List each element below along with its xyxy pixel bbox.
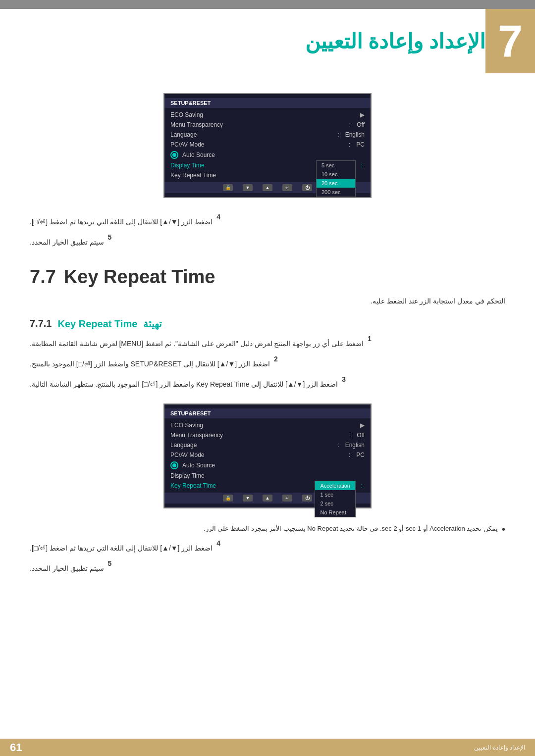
osd-dropdown-item-selected: Acceleration: [315, 481, 355, 490]
osd-label: Auto Source: [182, 151, 365, 158]
step5-row: 5 سيتم تطبيق الخيار المحدد.: [30, 233, 505, 252]
chapter-header: الإعداد وإعادة التعيين 7: [0, 9, 535, 73]
bullet-icon: •: [502, 523, 505, 535]
osd-btn: ⏻: [302, 495, 312, 502]
osd-label: Display Time: [170, 472, 365, 479]
bullet-inner: [172, 153, 176, 157]
arrow-icon: ▶: [360, 111, 365, 118]
osd-dropdown-2: Acceleration 1 sec 2 sec No Repeat: [315, 481, 356, 517]
osd-row: Language : English: [164, 440, 371, 450]
osd-btn: ▼: [243, 184, 253, 191]
chapter-number-box: 7: [485, 9, 535, 73]
section-number: 7.7: [30, 266, 56, 288]
step5b-text: سيتم تطبيق الخيار المحدد.: [30, 562, 104, 575]
osd-dropdown-item: 5 sec: [317, 161, 355, 170]
osd-btn: ⏻: [302, 184, 312, 191]
step-number: 2: [274, 355, 278, 363]
osd-label: Menu Transparency: [170, 121, 347, 128]
osd-btn: ▲: [263, 184, 272, 191]
osd-container-1: SETUP&RESET ECO Saving ▶ Menu Transparen…: [30, 93, 505, 198]
bullet-inner: [172, 463, 176, 467]
osd-btn: ▲: [263, 495, 272, 502]
osd-dropdown-item: 200 sec: [317, 188, 355, 197]
osd-btn: ▼: [243, 495, 253, 502]
footer-chapter-label: الإعداد وإعادة التعيين: [474, 744, 525, 751]
osd-row: ECO Saving ▶: [164, 110, 371, 120]
osd-label: ECO Saving: [170, 422, 358, 429]
step-number: 1: [368, 335, 372, 343]
step5-text: سيتم تطبيق الخيار المحدد.: [30, 236, 104, 249]
step3-text: اضغط الزر [▼/▲] للانتقال إلى Key Repeat …: [30, 378, 338, 391]
osd-label: Menu Transparency: [170, 432, 347, 439]
step3-row: 3 اضغط الزر [▼/▲] للانتقال إلى Key Repea…: [30, 375, 505, 394]
selected-indicator: [170, 461, 178, 469]
osd-title-2: SETUP&RESET: [164, 408, 371, 418]
arrow-icon: ▶: [360, 422, 365, 429]
step-number: 4: [216, 213, 220, 221]
osd-btn: 🔒: [223, 495, 233, 502]
step1-text: اضغط على أي زر بواجهة المنتج لعرض دليل "…: [30, 338, 364, 350]
osd-row: Language : English: [164, 130, 371, 140]
osd-label: Auto Source: [182, 462, 365, 469]
chapter-number: 7: [498, 19, 523, 63]
osd-label: PC/AV Mode: [170, 452, 347, 458]
osd-row: ECO Saving ▶: [164, 420, 371, 430]
osd-row-active: Key Repeat Time : Acceleration 1 sec 2 s…: [164, 481, 371, 491]
osd-row: PC/AV Mode : PC: [164, 140, 371, 150]
step1-row: 1 اضغط على أي زر بواجهة المنتج لعرض دليل…: [30, 335, 505, 353]
osd-value: English: [345, 131, 365, 138]
osd-label: PC/AV Mode: [170, 141, 347, 148]
page-number: 61: [10, 741, 22, 754]
osd-row: Menu Transparency : Off: [164, 120, 371, 130]
osd-row: Auto Source: [164, 460, 371, 471]
main-content: SETUP&RESET ECO Saving ▶ Menu Transparen…: [0, 73, 535, 600]
step-number: 5: [108, 559, 112, 567]
osd-label: Language: [170, 131, 335, 138]
footer-bar: 61 الإعداد وإعادة التعيين: [0, 739, 535, 756]
step2-text: اضغط الزر [▼/▲] للانتقال إلى SETUP&RESET…: [30, 358, 270, 370]
step-number: 4: [216, 539, 220, 547]
osd-btn: 🔒: [223, 184, 233, 191]
subsection-771-heading: تهيئة Key Repeat Time 7.7.1: [30, 318, 505, 330]
osd-row: PC/AV Mode : PC: [164, 450, 371, 460]
step2-row: 2 اضغط الزر [▼/▲] للانتقال إلى SETUP&RES…: [30, 355, 505, 373]
section-description: التحكم في معدل استجابة الزر عند الضغط عل…: [30, 295, 505, 307]
step5b-row: 5 سيتم تطبيق الخيار المحدد.: [30, 559, 505, 578]
osd-container-2: SETUP&RESET ECO Saving ▶ Menu Transparen…: [30, 403, 505, 508]
selected-indicator: [170, 151, 178, 159]
section-77-heading: Key Repeat Time 7.7: [30, 266, 505, 288]
top-bar: [0, 0, 535, 9]
osd-title-1: SETUP&RESET: [164, 98, 371, 108]
step4-row: 4 اضغط الزر [▼/▲] للانتقال إلى اللغة الت…: [30, 213, 505, 231]
step-number: 3: [342, 375, 346, 383]
osd-row: Display Time: [164, 471, 371, 481]
osd-btn: ↵: [282, 184, 292, 191]
osd-value: PC: [356, 452, 365, 458]
osd-row: Menu Transparency : Off: [164, 430, 371, 440]
subsection-number: 7.7.1: [30, 318, 52, 329]
bullet-text: يمكن تحديد Acceleration أو sec 1 أو sec …: [204, 523, 498, 534]
osd-value: PC: [356, 141, 365, 148]
osd-btn: ↵: [282, 495, 292, 502]
osd-row-active: Display Time : 5 sec 10 sec 20 sec 200 s…: [164, 160, 371, 170]
osd-label: Language: [170, 442, 335, 449]
step4b-row: 4 اضغط الزر [▼/▲] للانتقال إلى اللغة الت…: [30, 539, 505, 557]
osd-dropdown-item: 1 sec: [315, 490, 355, 499]
osd-row: Auto Source: [164, 150, 371, 160]
bullet-point: • يمكن تحديد Acceleration أو sec 1 أو se…: [30, 523, 505, 535]
osd-value: Off: [357, 432, 365, 439]
osd-dropdown-item: 2 sec: [315, 499, 355, 508]
osd-dropdown-item: 10 sec: [317, 170, 355, 179]
osd-value: English: [345, 442, 365, 449]
osd-dropdown-item: No Repeat: [315, 508, 355, 517]
subsection-title-ar: تهيئة Key Repeat Time: [57, 318, 161, 330]
step4b-text: اضغط الزر [▼/▲] للانتقال إلى اللغة التي …: [30, 542, 213, 554]
osd-value: Off: [357, 121, 365, 128]
section-title: Key Repeat Time: [64, 266, 215, 288]
step-number: 5: [108, 233, 112, 241]
osd-menu-1: SETUP&RESET ECO Saving ▶ Menu Transparen…: [163, 93, 372, 198]
osd-label: ECO Saving: [170, 111, 358, 118]
chapter-title: الإعداد وإعادة التعيين: [305, 29, 485, 53]
step4-text: اضغط الزر [▼/▲] للانتقال إلى اللغة التي …: [30, 216, 213, 228]
osd-menu-2: SETUP&RESET ECO Saving ▶ Menu Transparen…: [163, 403, 372, 508]
